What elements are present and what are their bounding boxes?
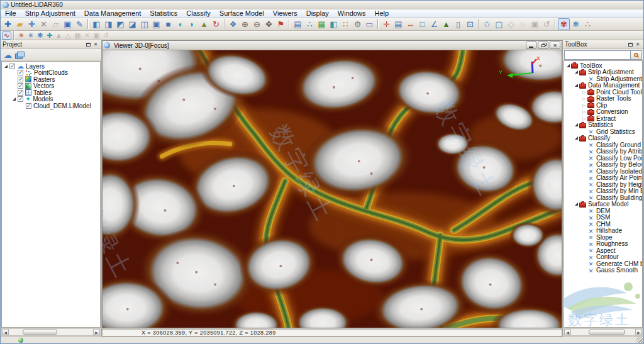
project-float-button[interactable] bbox=[84, 41, 92, 48]
view-bottom-button[interactable]: ▣ bbox=[150, 18, 162, 30]
measure-density-button[interactable]: ⊡ bbox=[464, 18, 476, 30]
clipboard-button[interactable]: ▱ bbox=[50, 18, 62, 30]
tree-item-pointclouds[interactable]: PointClouds bbox=[3, 70, 100, 77]
tree-item-classify[interactable]: Classify bbox=[565, 135, 642, 142]
measure-volume-button[interactable]: ▯ bbox=[452, 18, 464, 30]
collapse-icon[interactable] bbox=[574, 135, 579, 141]
tree-item-raster-tools[interactable]: Raster Tools bbox=[565, 96, 642, 103]
display-by-height-button[interactable]: ▤ bbox=[292, 18, 304, 30]
collapse-icon[interactable] bbox=[574, 201, 579, 207]
menu-viewers[interactable]: Viewers bbox=[269, 9, 302, 18]
view-back-button[interactable]: ◨ bbox=[103, 18, 114, 30]
tree-item-conversion[interactable]: Conversion bbox=[565, 109, 642, 116]
menu-windows[interactable]: Windows bbox=[333, 9, 370, 18]
subsampling-button[interactable]: ❄ bbox=[570, 18, 582, 30]
tree-item-clip[interactable]: Clip bbox=[565, 102, 642, 109]
tree-item-chm[interactable]: CHM bbox=[565, 221, 642, 228]
view-left-button[interactable]: ◩ bbox=[114, 18, 126, 30]
measure-area-button[interactable]: □ bbox=[416, 18, 428, 30]
viewer-restore-button[interactable] bbox=[538, 42, 548, 49]
add-pointcloud-icon[interactable]: ☁ bbox=[4, 51, 12, 59]
visibility-checkbox[interactable] bbox=[18, 70, 23, 75]
add-strip-button[interactable]: ✚ bbox=[45, 31, 54, 40]
expand-icon[interactable] bbox=[582, 89, 587, 95]
scroll-left-icon[interactable]: ◀ bbox=[564, 329, 571, 335]
pan-button[interactable]: ✥ bbox=[263, 18, 275, 30]
remove-data-button[interactable]: ✕ bbox=[38, 18, 50, 30]
menu-help[interactable]: Help bbox=[370, 9, 393, 18]
cross-selection-button[interactable]: ✾ bbox=[558, 18, 570, 30]
scroll-left-icon[interactable]: ◀ bbox=[2, 329, 9, 335]
tree-item-statistics[interactable]: Statistics bbox=[565, 122, 642, 129]
collapse-icon[interactable] bbox=[574, 69, 579, 75]
tree-item-aspect[interactable]: Aspect bbox=[565, 247, 642, 254]
title-bar[interactable]: Untitled-LiDAR360 bbox=[1, 1, 643, 9]
view-right-button[interactable]: ◪ bbox=[126, 18, 138, 30]
save-as-button[interactable]: ✎ bbox=[74, 18, 86, 30]
scroll-right-icon[interactable]: ▶ bbox=[635, 329, 642, 335]
display-settings-button[interactable]: ⚙ bbox=[352, 18, 364, 30]
layers-stack-icon[interactable] bbox=[15, 52, 23, 58]
tree-item-surface-model[interactable]: Surface Model bbox=[565, 201, 642, 208]
toolbox-close-button[interactable]: ✕ bbox=[634, 41, 641, 48]
select-lasso-button[interactable]: ✩ bbox=[481, 18, 493, 30]
attribute-window-button[interactable]: ▤ bbox=[392, 18, 404, 30]
new-file-button[interactable]: ✚ bbox=[2, 18, 14, 30]
strip-align-b-button[interactable]: ✳ bbox=[26, 31, 35, 40]
view-iso-button[interactable]: ■ bbox=[162, 18, 174, 30]
open-file-button[interactable]: ▰ bbox=[14, 18, 26, 30]
tree-item-dsm[interactable]: DSM bbox=[565, 214, 642, 221]
pin-view-button[interactable]: ⚑ bbox=[275, 18, 287, 30]
visibility-checkbox[interactable] bbox=[18, 77, 23, 82]
menu-strip-adjustment[interactable]: Strip Adjustment bbox=[21, 9, 80, 18]
collapse-icon[interactable] bbox=[3, 64, 9, 69]
menu-surface-model[interactable]: Surface Model bbox=[215, 9, 269, 18]
tree-item-classify-ground[interactable]: Classify Ground bbox=[565, 141, 642, 148]
tree-item-gauss-smooth[interactable]: Gauss Smooth bbox=[565, 267, 642, 274]
collapse-icon[interactable] bbox=[11, 96, 17, 102]
tree-item-rasters[interactable]: Rasters bbox=[3, 76, 100, 83]
tree-item-dem[interactable]: DEM bbox=[565, 208, 642, 214]
tree-item-roughness[interactable]: Roughness bbox=[565, 241, 642, 248]
tree-item-strip-adjustment[interactable]: Strip Adjustment bbox=[565, 75, 642, 82]
tree-item-classify-low-points[interactable]: Classify Low Points bbox=[565, 155, 642, 162]
visibility-checkbox[interactable] bbox=[18, 90, 23, 96]
toolbox-hscrollbar[interactable]: ◀ ▶ bbox=[564, 328, 643, 336]
tree-item-models[interactable]: Models bbox=[3, 96, 100, 103]
profile-view-button[interactable]: ▲ bbox=[198, 18, 210, 30]
tree-item-layers[interactable]: Layers bbox=[3, 63, 100, 70]
menu-classify[interactable]: Classify bbox=[182, 9, 215, 18]
tree-item-classify-buildings[interactable]: Classify Buildings bbox=[565, 194, 642, 201]
project-close-button[interactable]: ✕ bbox=[92, 41, 99, 48]
collapse-icon[interactable] bbox=[574, 82, 579, 88]
visibility-checkbox[interactable] bbox=[26, 103, 31, 109]
resize-grip[interactable] bbox=[636, 336, 643, 343]
zoom-in-button[interactable]: ⊕ bbox=[239, 18, 251, 30]
tree-item-toolbox[interactable]: ToolBox bbox=[565, 62, 642, 69]
scroll-right-icon[interactable]: ▶ bbox=[93, 329, 100, 335]
tree-item-data-management[interactable]: Data Management bbox=[565, 82, 642, 89]
rotate-view-button[interactable]: ↻ bbox=[210, 18, 222, 30]
tree-item-slope[interactable]: Slope bbox=[565, 234, 642, 241]
tree-item-classify-by-attribute[interactable]: Classify by Attribute bbox=[565, 148, 642, 155]
save-button[interactable]: ▣ bbox=[62, 18, 74, 30]
visibility-checkbox[interactable] bbox=[18, 96, 23, 102]
capture-left-view-button[interactable]: ◖ bbox=[174, 18, 186, 30]
capture-right-view-button[interactable]: ◗ bbox=[186, 18, 198, 30]
toolbox-scroll-thumb[interactable] bbox=[589, 330, 625, 335]
strip-align-c-button[interactable]: ❃ bbox=[35, 31, 45, 40]
tree-item-extract[interactable]: Extract bbox=[565, 115, 642, 122]
tree-item-classify-air-points[interactable]: Classify Air Points bbox=[565, 175, 642, 182]
strip-align-a-button[interactable]: ✳ bbox=[16, 31, 26, 40]
tree-item-grid-statistics[interactable]: Grid Statistics bbox=[565, 128, 642, 135]
classified-points-button[interactable]: ∴ bbox=[582, 18, 594, 30]
viewer-title-bar[interactable]: Viewer 3D-0[Focus] ✕ bbox=[103, 41, 562, 50]
display-by-rgb-button[interactable]: ▦ bbox=[316, 18, 328, 30]
expand-icon[interactable] bbox=[582, 103, 587, 108]
tree-item-classify-by-min-elevation[interactable]: Classify by Min Elevation bbox=[565, 188, 642, 195]
tree-item-tables[interactable]: Tables bbox=[3, 89, 100, 96]
measure-distance-button[interactable]: ↔ bbox=[404, 18, 416, 30]
menu-file[interactable]: File bbox=[1, 9, 21, 18]
zoom-extent-button[interactable]: ❖ bbox=[227, 18, 239, 30]
project-scroll-thumb[interactable] bbox=[23, 330, 57, 335]
